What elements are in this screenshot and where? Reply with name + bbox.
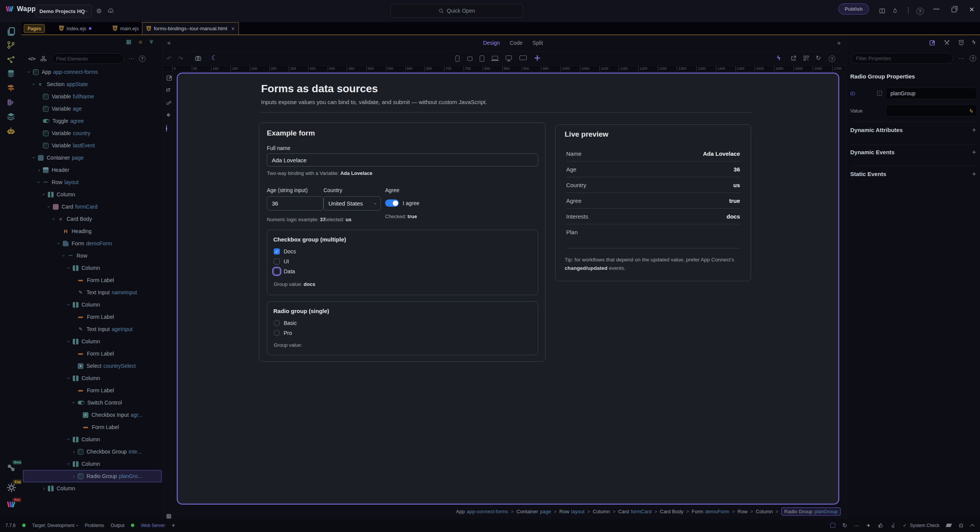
sparkle-icon[interactable]: ✦ — [866, 522, 871, 529]
tree-item-form-label[interactable]: Form Label — [23, 274, 162, 286]
extensions-panel-icon[interactable]: Beta — [7, 463, 16, 472]
redo-icon[interactable]: ↷ — [178, 55, 183, 62]
tree-item-text-input-nameinput[interactable]: ✎Text InputnameInput — [23, 286, 162, 299]
tree-item-form-label[interactable]: Form Label — [23, 421, 162, 433]
debug-bug-icon[interactable] — [958, 522, 964, 528]
chevron-expanded-icon[interactable]: › — [51, 216, 57, 222]
checkbox-docs[interactable]: ✓ — [274, 248, 280, 255]
full-name-input[interactable] — [267, 153, 538, 166]
tree-item-app-app-connect-forms[interactable]: ›Appapp-connect-forms — [23, 66, 162, 78]
chevron-expanded-icon[interactable]: › — [66, 302, 72, 308]
info-icon[interactable]: i — [877, 91, 882, 96]
styles-tool-icon[interactable]: ❖ — [166, 112, 171, 118]
add-icon[interactable]: + — [972, 170, 976, 178]
help-icon[interactable]: ? — [916, 8, 924, 15]
add-icon[interactable]: + — [972, 126, 976, 134]
tab-split[interactable]: Split — [532, 40, 543, 46]
tree-view-icon[interactable]: ⋔ — [149, 39, 154, 45]
styles-panel-icon[interactable] — [7, 98, 15, 107]
tree-item-form-label[interactable]: Form Label — [23, 348, 162, 360]
breadcrumb-item-column[interactable]: Column — [593, 509, 610, 514]
tree-item-form-label[interactable]: Form Label — [23, 384, 162, 397]
device-tv-icon[interactable] — [519, 55, 527, 60]
open-in-browser-icon[interactable] — [791, 55, 797, 61]
tree-item-column[interactable]: ›Column — [23, 372, 162, 384]
chevron-expanded-icon[interactable]: › — [46, 204, 52, 210]
chevron-up-icon[interactable] — [970, 524, 974, 528]
page-heading[interactable]: Forms as data sources — [261, 83, 378, 95]
move-tool-icon[interactable] — [534, 55, 541, 61]
tree-item-section-appstate[interactable]: ›»SectionappState — [23, 78, 162, 90]
split-panel-icon[interactable] — [879, 8, 885, 14]
web-server-button[interactable]: Web Server — [141, 523, 165, 528]
chevron-collapsed-icon[interactable]: › — [36, 167, 42, 173]
device-phone-icon[interactable] — [456, 55, 459, 62]
canvas-help-icon[interactable]: ? — [829, 55, 835, 62]
breadcrumb-item-row[interactable]: Row — [738, 509, 748, 514]
chevron-expanded-icon[interactable]: › — [66, 338, 72, 344]
checkbox-ui[interactable] — [274, 258, 280, 264]
radio-pro[interactable] — [274, 330, 280, 336]
tree-item-column[interactable]: ›Column — [23, 188, 162, 201]
quick-open-button[interactable]: Quick Open — [390, 4, 523, 18]
breadcrumb-item-card[interactable]: CardformCard — [618, 509, 652, 514]
chevron-expanded-icon[interactable]: › — [31, 81, 37, 87]
tab-code[interactable]: Code — [510, 40, 523, 46]
git-panel-icon[interactable] — [7, 41, 15, 49]
problems-button[interactable]: Problems — [85, 523, 104, 528]
breadcrumb-item-card-body[interactable]: Card Body — [660, 509, 683, 514]
target-selector[interactable]: Target: Development› — [32, 523, 78, 528]
section-static-events[interactable]: Static Events+ — [850, 166, 976, 182]
tree-item-heading[interactable]: HHeading — [23, 225, 162, 237]
screenshot-camera-icon[interactable] — [195, 55, 201, 62]
tools-icon[interactable] — [944, 39, 950, 46]
refresh-icon[interactable]: ↻ — [816, 54, 821, 62]
pages-button[interactable]: Pages — [24, 24, 45, 33]
device-monitor-icon[interactable] — [506, 55, 512, 61]
properties-help-icon[interactable]: ? — [970, 55, 976, 62]
window-close-button[interactable]: × — [969, 5, 974, 15]
eye-visibility-icon[interactable] — [166, 125, 167, 132]
tree-more-icon[interactable]: ⋯ — [129, 55, 134, 62]
database-panel-icon[interactable] — [7, 69, 15, 78]
tree-item-header[interactable]: ›Header — [23, 164, 162, 176]
inspect-tool-icon[interactable]: ☍ — [166, 100, 172, 106]
radio-basic[interactable] — [274, 320, 280, 326]
add-target-icon[interactable]: + — [172, 522, 175, 529]
tree-item-column[interactable]: ›Column — [23, 458, 162, 470]
tree-item-variable-country[interactable]: Variablecountry — [23, 127, 162, 139]
breadcrumb-item-container[interactable]: Containerpage — [516, 509, 551, 514]
chevron-collapsed-icon[interactable]: › — [41, 485, 47, 491]
tab-close-icon[interactable]: × — [231, 26, 234, 32]
breadcrumb-item-row[interactable]: Rowlayout — [559, 509, 585, 514]
tab-design[interactable]: Design — [483, 40, 500, 46]
window-restore-button[interactable] — [952, 8, 956, 12]
tree-item-toggle-agree[interactable]: Toggleagree — [23, 115, 162, 127]
breadcrumb-item-app[interactable]: Appapp-connect-forms — [456, 509, 508, 514]
chevron-expanded-icon[interactable]: › — [66, 461, 72, 467]
section-dynamic-events[interactable]: Dynamic Events+ — [850, 144, 976, 160]
id-input[interactable]: planGroup — [886, 88, 977, 99]
tree-item-form-demoform[interactable]: ›FormdemoForm — [23, 237, 162, 250]
status-refresh-icon[interactable]: ↻ — [842, 522, 847, 529]
tree-item-variable-age[interactable]: Variableage — [23, 103, 162, 115]
project-selector[interactable]: Demo Projects HQ › — [35, 5, 92, 18]
tab-index-ejs[interactable]: 5 index.ejs — [55, 22, 95, 34]
tree-item-column[interactable]: ›Column — [23, 299, 162, 311]
tree-item-container-page[interactable]: ›Containerpage — [23, 152, 162, 164]
tree-item-column[interactable]: ›Column — [23, 433, 162, 446]
tree-item-variable-lastevent[interactable]: VariablelastEvent — [23, 139, 162, 152]
chevron-expanded-icon[interactable]: › — [31, 155, 37, 161]
country-select[interactable]: United States › — [323, 196, 381, 211]
tree-item-column[interactable]: ›Column — [23, 482, 162, 494]
value-input[interactable]: ϟ — [886, 105, 977, 116]
filter-properties-input[interactable] — [851, 53, 953, 64]
tree-item-column[interactable]: ›Column — [23, 335, 162, 348]
breadcrumb-item-column[interactable]: Column — [756, 509, 773, 514]
routes-panel-icon[interactable] — [7, 83, 15, 92]
eraser-icon[interactable] — [946, 524, 952, 527]
agree-switch[interactable] — [385, 199, 399, 207]
chevron-expanded-icon[interactable]: › — [36, 179, 42, 185]
page-subheading[interactable]: Inputs expose values you can bind to, va… — [261, 99, 487, 105]
tab-main-ejs[interactable]: 5 main.ejs — [109, 22, 142, 34]
